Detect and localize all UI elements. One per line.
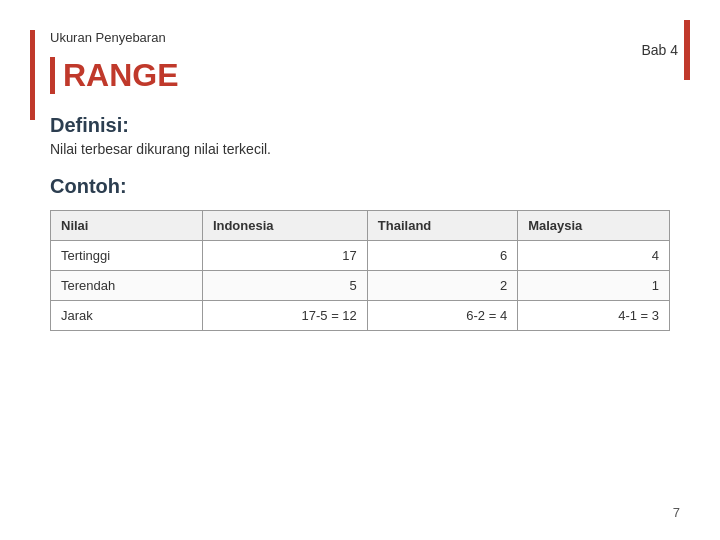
- table-cell: 1: [518, 271, 670, 301]
- table-header-row: Nilai Indonesia Thailand Malaysia: [51, 211, 670, 241]
- top-bar: Ukuran Penyebaran: [50, 30, 670, 47]
- range-title: RANGE: [50, 57, 670, 94]
- table-cell: 6: [367, 241, 517, 271]
- table-cell: Jarak: [51, 301, 203, 331]
- table-row: Terendah521: [51, 271, 670, 301]
- slide: Ukuran Penyebaran Bab 4 RANGE Definisi: …: [0, 0, 720, 540]
- col-header-thailand: Thailand: [367, 211, 517, 241]
- page-number: 7: [673, 505, 680, 520]
- bab-text: Bab 4: [641, 42, 678, 58]
- table-cell: Terendah: [51, 271, 203, 301]
- definisi-label: Definisi:: [50, 114, 670, 137]
- col-header-malaysia: Malaysia: [518, 211, 670, 241]
- table-cell: 6-2 = 4: [367, 301, 517, 331]
- definition-section: Definisi: Nilai terbesar dikurang nilai …: [50, 114, 670, 157]
- definisi-text: Nilai terbesar dikurang nilai terkecil.: [50, 141, 670, 157]
- table-cell: 17-5 = 12: [202, 301, 367, 331]
- table-cell: 2: [367, 271, 517, 301]
- bab-badge: Bab 4: [641, 20, 690, 80]
- col-header-nilai: Nilai: [51, 211, 203, 241]
- table-cell: 4: [518, 241, 670, 271]
- left-accent-bar: [30, 30, 35, 120]
- table-cell: 4-1 = 3: [518, 301, 670, 331]
- table-cell: 5: [202, 271, 367, 301]
- table-cell: Tertinggi: [51, 241, 203, 271]
- table-cell: 17: [202, 241, 367, 271]
- subtitle: Ukuran Penyebaran: [50, 30, 166, 45]
- table-row: Tertinggi1764: [51, 241, 670, 271]
- title-section: Ukuran Penyebaran: [50, 30, 166, 47]
- contoh-label: Contoh:: [50, 175, 670, 198]
- data-table: Nilai Indonesia Thailand Malaysia Tertin…: [50, 210, 670, 331]
- bab-bar-accent: [684, 20, 690, 80]
- table-row: Jarak17-5 = 126-2 = 44-1 = 3: [51, 301, 670, 331]
- col-header-indonesia: Indonesia: [202, 211, 367, 241]
